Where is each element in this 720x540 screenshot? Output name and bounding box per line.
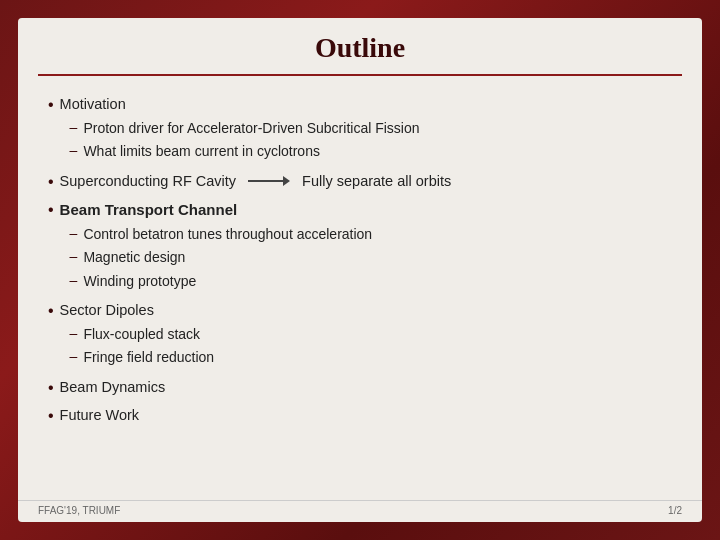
dash-icon: – [70,247,78,267]
slide-content: • Motivation – Proton driver for Acceler… [18,88,702,500]
bullet-icon: • [48,300,54,322]
arrow-head [283,176,290,186]
slide-inner: Outline • Motivation – Proton driver for… [18,18,702,522]
sub-list-beamtransport: – Control betatron tunes throughout acce… [60,224,373,291]
item-content-beamtransport: Beam Transport Channel – Control betatro… [60,199,373,294]
bullet-icon: • [48,405,54,427]
item-label-beamtransport: Beam Transport Channel [60,201,238,218]
footer-left: FFAG'19, TRIUMF [38,505,120,516]
bullet-icon: • [48,171,54,193]
title-divider [38,74,682,76]
arrow-text: Fully separate all orbits [302,171,451,192]
sub-item-label: Fringe field reduction [83,347,214,367]
bullet-icon: • [48,377,54,399]
sub-item-magnetic: – Magnetic design [60,247,373,267]
outline-list: • Motivation – Proton driver for Acceler… [48,94,672,427]
sub-item-label: What limits beam current in cyclotrons [83,141,320,161]
bullet-icon: • [48,199,54,221]
sub-item-winding: – Winding prototype [60,271,373,291]
sub-item-proton: – Proton driver for Accelerator-Driven S… [60,118,420,138]
item-label-motivation: Motivation [60,96,126,112]
list-item-futurework: • Future Work [48,405,672,427]
item-label-sectordipoles: Sector Dipoles [60,302,154,318]
slide-outer: Outline • Motivation – Proton driver for… [0,0,720,540]
sub-item-label: Control betatron tunes throughout accele… [83,224,372,244]
dash-icon: – [70,118,78,138]
sub-item-label: Winding prototype [83,271,196,291]
item-content-rfcavity: Superconducting RF Cavity Fully separate… [60,171,452,192]
item-label-futurework: Future Work [60,407,140,423]
slide-title: Outline [18,18,702,74]
list-item-sectordipoles: • Sector Dipoles – Flux-coupled stack – … [48,300,672,371]
dash-icon: – [70,324,78,344]
sub-item-label: Flux-coupled stack [83,324,200,344]
sub-item-fringe: – Fringe field reduction [60,347,215,367]
dash-icon: – [70,271,78,291]
sub-item-label: Magnetic design [83,247,185,267]
sub-item-flux: – Flux-coupled stack [60,324,215,344]
arrow-body [248,180,284,182]
item-content-sectordipoles: Sector Dipoles – Flux-coupled stack – Fr… [60,300,215,371]
sub-list-sectordipoles: – Flux-coupled stack – Fringe field redu… [60,324,215,368]
dash-icon: – [70,224,78,244]
sub-item-betatron: – Control betatron tunes throughout acce… [60,224,373,244]
bullet-icon: • [48,94,54,116]
arrow-line [248,176,290,186]
item-content-futurework: Future Work [60,405,140,426]
dash-icon: – [70,347,78,367]
slide-footer: FFAG'19, TRIUMF 1/2 [18,500,702,522]
item-label-beamdynamics: Beam Dynamics [60,379,166,395]
list-item-beamdynamics: • Beam Dynamics [48,377,672,399]
list-item-motivation: • Motivation – Proton driver for Acceler… [48,94,672,165]
item-content-beamdynamics: Beam Dynamics [60,377,166,398]
sub-list-motivation: – Proton driver for Accelerator-Driven S… [60,118,420,162]
sub-item-beamcurrent: – What limits beam current in cyclotrons [60,141,420,161]
list-item-rfcavity: • Superconducting RF Cavity Fully separa… [48,171,672,193]
sub-item-label: Proton driver for Accelerator-Driven Sub… [83,118,419,138]
footer-right: 1/2 [668,505,682,516]
dash-icon: – [70,141,78,161]
list-item-beamtransport: • Beam Transport Channel – Control betat… [48,199,672,294]
item-content-motivation: Motivation – Proton driver for Accelerat… [60,94,420,165]
rf-cavity-line: Superconducting RF Cavity Fully separate… [60,171,452,192]
item-label-rfcavity: Superconducting RF Cavity [60,171,237,192]
